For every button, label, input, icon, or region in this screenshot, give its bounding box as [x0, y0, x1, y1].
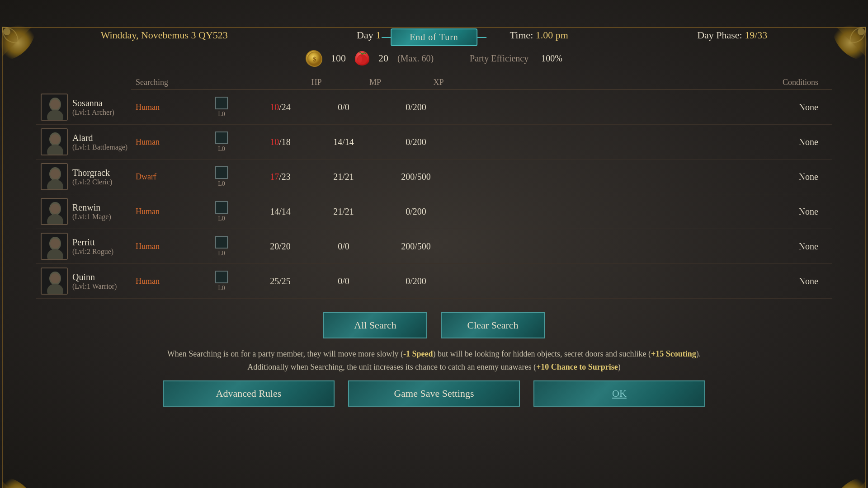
efficiency-value: 100%: [541, 53, 562, 64]
xp-value-0: 0/200: [375, 102, 457, 113]
mp-value-4: 0/0: [312, 241, 375, 252]
hp-value-3: 14/14: [249, 206, 312, 217]
svg-text:$: $: [313, 56, 316, 63]
char-class-0: (Lvl:1 Archer): [72, 108, 136, 117]
char-class-5: (Lvl:1 Warrior): [72, 282, 136, 291]
ok-button[interactable]: OK: [533, 380, 705, 407]
char-name-4: Perritt: [72, 237, 136, 248]
search-level-0: L0: [218, 111, 225, 118]
portrait-alard: [41, 128, 68, 155]
hp-value-1: 10/18: [249, 137, 312, 147]
bottom-buttons-section: Advanced Rules Game Save Settings OK: [0, 380, 868, 407]
svg-point-0: [3, 28, 10, 35]
corner-decoration-bl: [0, 477, 36, 488]
gold-icon: $: [306, 50, 322, 66]
search-checkbox-2[interactable]: [215, 166, 228, 179]
header-day-block: Day 1: [357, 29, 381, 41]
portrait-renwin: [41, 198, 68, 225]
portrait-quinn: [41, 267, 68, 295]
xp-value-1: 0/200: [375, 137, 457, 147]
char-name-5: Quinn: [72, 272, 136, 282]
char-name-1: Alard: [72, 133, 136, 143]
character-row-0: Sosanna (Lvl:1 Archer) Human L0 10/24 0/…: [36, 90, 832, 125]
search-checkbox-5[interactable]: [215, 271, 228, 283]
character-row-4: Perritt (Lvl:2 Rogue) Human L0 20/20 0/0…: [36, 229, 832, 264]
all-search-button[interactable]: All Search: [323, 312, 427, 338]
char-name-block-2: Thorgrack (Lvl:2 Cleric): [68, 168, 136, 186]
table-header: Searching HP MP XP Conditions: [131, 75, 832, 90]
search-col-5: L0: [194, 271, 249, 292]
xp-value-4: 200/500: [375, 241, 457, 252]
efficiency-label: Party Efficiency: [470, 53, 528, 64]
game-save-button[interactable]: Game Save Settings: [348, 380, 520, 407]
search-checkbox-0[interactable]: [215, 97, 228, 109]
search-col-3: L0: [194, 201, 249, 222]
mp-value-3: 21/21: [312, 206, 375, 217]
col-header-searching: Searching: [136, 78, 289, 87]
char-class-3: (Lvl:1 Mage): [72, 213, 136, 221]
svg-point-27: [50, 239, 60, 249]
food-max: (Max. 60): [397, 53, 434, 64]
mp-value-0: 0/0: [312, 102, 375, 113]
conditions-value-1: None: [457, 137, 827, 147]
hp-value-4: 20/20: [249, 241, 312, 252]
search-checkbox-1[interactable]: [215, 131, 228, 144]
search-level-2: L0: [218, 180, 225, 188]
corner-decoration-tl: [0, 25, 36, 61]
corner-decoration-tr: [832, 25, 868, 61]
char-race-0: Human: [136, 103, 194, 112]
char-class-2: (Lvl:2 Cleric): [72, 178, 136, 186]
hp-value-5: 25/25: [249, 276, 312, 286]
search-level-3: L0: [218, 215, 225, 222]
clear-search-button[interactable]: Clear Search: [441, 312, 545, 338]
char-name-0: Sosanna: [72, 98, 136, 108]
food-icon: [355, 51, 369, 66]
char-race-5: Human: [136, 277, 194, 286]
header-time-block: Time: 1.00 pm: [509, 29, 568, 41]
conditions-value-3: None: [457, 206, 827, 217]
char-race-4: Human: [136, 242, 194, 251]
search-level-1: L0: [218, 145, 225, 153]
conditions-value-2: None: [457, 172, 827, 182]
xp-value-2: 200/500: [375, 172, 457, 182]
mp-value-2: 21/21: [312, 172, 375, 182]
xp-value-5: 0/200: [375, 276, 457, 286]
svg-point-7: [358, 56, 362, 63]
search-level-4: L0: [218, 250, 225, 257]
char-race-2: Dwarf: [136, 172, 194, 182]
description-section: When Searching is on for a party member,…: [45, 347, 823, 374]
corner-decoration-br: [832, 477, 868, 488]
search-buttons-section: All Search Clear Search: [0, 312, 868, 338]
character-row-2: Thorgrack (Lvl:2 Cleric) Dwarf L0 17/23 …: [36, 160, 832, 194]
portrait-thorgrack: [41, 163, 68, 190]
search-checkbox-3[interactable]: [215, 201, 228, 214]
mp-value-1: 14/14: [312, 137, 375, 147]
banner-title: End of Turn: [410, 32, 458, 42]
portrait-perritt: [41, 233, 68, 260]
svg-point-19: [50, 169, 60, 179]
party-section: Searching HP MP XP Conditions Sosanna (L…: [36, 75, 832, 299]
character-row-5: Quinn (Lvl:1 Warrior) Human L0 25/25 0/0…: [36, 264, 832, 299]
advanced-rules-button[interactable]: Advanced Rules: [163, 380, 335, 407]
conditions-value-4: None: [457, 241, 827, 252]
svg-point-31: [50, 273, 60, 283]
character-row-3: Renwin (Lvl:1 Mage) Human L0 14/14 21/21…: [36, 194, 832, 229]
char-name-block-0: Sosanna (Lvl:1 Archer): [68, 98, 136, 117]
search-col-4: L0: [194, 236, 249, 257]
search-col-1: L0: [194, 131, 249, 153]
char-class-1: (Lvl:1 Battlemage): [72, 143, 136, 151]
resources-row: $ 100 20 (Max. 60) Party Efficiency 100%: [0, 48, 868, 69]
search-checkbox-4[interactable]: [215, 236, 228, 249]
mp-value-5: 0/0: [312, 276, 375, 286]
char-name-2: Thorgrack: [72, 168, 136, 178]
char-class-4: (Lvl:2 Rogue): [72, 248, 136, 256]
char-name-3: Renwin: [72, 202, 136, 213]
search-col-0: L0: [194, 97, 249, 118]
hp-value-2: 17/23: [249, 172, 312, 182]
char-name-block-4: Perritt (Lvl:2 Rogue): [68, 237, 136, 256]
char-race-3: Human: [136, 207, 194, 216]
description-line1: When Searching is on for a party member,…: [45, 347, 823, 361]
character-row-1: Alard (Lvl:1 Battlemage) Human L0 10/18 …: [36, 125, 832, 160]
svg-point-11: [50, 99, 60, 109]
search-col-2: L0: [194, 166, 249, 188]
